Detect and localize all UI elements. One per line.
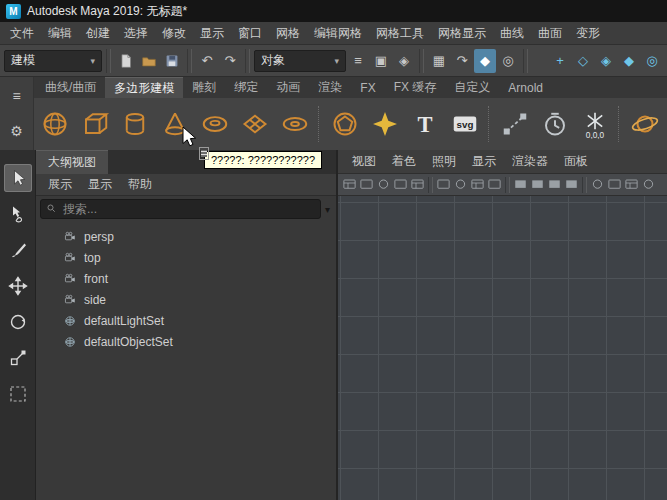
menu-item[interactable]: 显示 [193,22,231,45]
camera-attributes-icon[interactable] [375,176,392,193]
shelf-menu-icon[interactable]: ≡ [5,85,29,107]
shelf-tab[interactable]: 渲染 [309,77,351,98]
outliner-item[interactable]: defaultObjectSet [36,331,336,352]
image-plane-icon[interactable] [409,176,426,193]
save-scene-icon[interactable] [161,49,183,73]
isolate-select-icon[interactable] [640,176,657,193]
new-scene-icon[interactable] [115,49,137,73]
super-shape-icon[interactable] [366,105,404,143]
search-input[interactable]: 搜索... [40,199,321,219]
select-by-object-type-icon[interactable]: ▣ [370,49,392,73]
menu-item[interactable]: 网格 [269,22,307,45]
lasso-select-tool-icon[interactable] [4,200,32,228]
menu-item[interactable]: 修改 [155,22,193,45]
outliner-menu-item[interactable]: 展示 [40,174,80,195]
bookmark-icon[interactable] [392,176,409,193]
field-chart-icon[interactable] [529,176,546,193]
menu-item[interactable]: 选择 [117,22,155,45]
outliner-item[interactable]: top [36,247,336,268]
make-live-icon[interactable]: ◎ [497,49,519,73]
shelf-tab[interactable]: 自定义 [445,77,499,98]
shelf-tab[interactable]: Arnold [499,77,552,98]
title-bar[interactable]: M Autodesk Maya 2019: 无标题* [0,0,667,22]
menu-set-selector[interactable]: 建模 ▾ [4,50,102,72]
redo-icon[interactable]: ↷ [219,49,241,73]
shelf-tab[interactable]: 动画 [267,77,309,98]
output-connections-icon[interactable]: ◈ [595,49,617,73]
wireframe-display-icon[interactable] [589,176,606,193]
platonic-solid-icon[interactable] [326,105,364,143]
last-tool-icon[interactable] [4,380,32,408]
outliner-item[interactable]: defaultLightSet [36,310,336,331]
poly-cone-icon[interactable] [156,105,194,143]
snap-to-curve-icon[interactable]: ↷ [451,49,473,73]
viewport-menu-item[interactable]: 视图 [344,151,384,172]
select-tool-icon[interactable] [4,164,32,192]
poly-torus-icon[interactable] [196,105,234,143]
open-editor-icon[interactable]: ◎ [641,49,663,73]
select-camera-icon[interactable] [341,176,358,193]
shelf-tab[interactable]: FX [351,77,384,98]
paint-select-tool-icon[interactable] [4,236,32,264]
shelf-tab[interactable]: 雕刻 [183,77,225,98]
safe-action-icon[interactable] [546,176,563,193]
construction-history-icon[interactable]: ◆ [618,49,640,73]
scale-tool-icon[interactable] [4,344,32,372]
snap-to-origin-icon[interactable]: 0,0,0 [576,105,614,143]
scroll-up-arrow-icon[interactable]: ▾ [325,204,332,215]
menu-item[interactable]: 曲线 [493,22,531,45]
viewport-menu-item[interactable]: 照明 [424,151,464,172]
poly-cylinder-icon[interactable] [116,105,154,143]
svg-tool-icon[interactable]: svg [446,105,484,143]
2d-pan-zoom-icon[interactable] [435,176,452,193]
film-gate-icon[interactable] [486,176,503,193]
outliner-menu-item[interactable]: 帮助 [120,174,160,195]
viewport-menu-item[interactable]: 显示 [464,151,504,172]
poly-cube-icon[interactable] [76,105,114,143]
measure-distance-icon[interactable] [496,105,534,143]
textured-display-icon[interactable] [623,176,640,193]
menu-item[interactable]: 变形 [569,22,607,45]
outliner-menu-item[interactable]: 显示 [80,174,120,195]
universal-manipulator-icon[interactable]: + [549,49,571,73]
shelf-gear-icon[interactable]: ⚙ [5,120,29,142]
move-tool-icon[interactable] [4,272,32,300]
shaded-display-icon[interactable] [606,176,623,193]
menu-item[interactable]: 网格显示 [431,22,493,45]
menu-item[interactable]: 创建 [79,22,117,45]
menu-item[interactable]: 编辑网格 [307,22,369,45]
input-connections-icon[interactable]: ◇ [572,49,594,73]
viewport-menu-item[interactable]: 着色 [384,151,424,172]
menu-item[interactable]: 编辑 [41,22,79,45]
select-by-component-icon[interactable]: ◈ [393,49,415,73]
grease-pencil-icon[interactable] [452,176,469,193]
gate-mask-icon[interactable] [512,176,529,193]
menu-item[interactable]: 窗口 [231,22,269,45]
sweep-mesh-icon[interactable] [626,105,664,143]
shelf-tab[interactable]: 绑定 [225,77,267,98]
grid-icon[interactable] [469,176,486,193]
menu-item[interactable]: 网格工具 [369,22,431,45]
outliner-item[interactable]: persp [36,226,336,247]
poly-plane-icon[interactable] [236,105,274,143]
undo-icon[interactable]: ↶ [196,49,218,73]
safe-title-icon[interactable] [563,176,580,193]
snap-to-grid-icon[interactable]: ▦ [428,49,450,73]
menu-item[interactable]: 曲面 [531,22,569,45]
rotate-tool-icon[interactable] [4,308,32,336]
outliner-item[interactable]: side [36,289,336,310]
shelf-tab[interactable]: 曲线/曲面 [36,77,105,98]
outliner-title-tab[interactable]: 大纲视图 [36,150,108,174]
select-by-hierarchy-icon[interactable]: ≡ [347,49,369,73]
outliner-item[interactable]: front [36,268,336,289]
viewport-menu-item[interactable]: 渲染器 [504,151,556,172]
lock-camera-icon[interactable] [358,176,375,193]
viewport-canvas[interactable] [338,196,667,500]
viewport-menu-item[interactable]: 面板 [556,151,596,172]
open-scene-icon[interactable] [138,49,160,73]
type-tool-icon[interactable]: T [406,105,444,143]
shelf-tab[interactable]: FX 缓存 [385,77,446,98]
poly-sphere-icon[interactable] [36,105,74,143]
snap-to-point-icon[interactable]: ◆ [474,49,496,73]
shelf-tab[interactable]: 多边形建模 [105,77,183,98]
